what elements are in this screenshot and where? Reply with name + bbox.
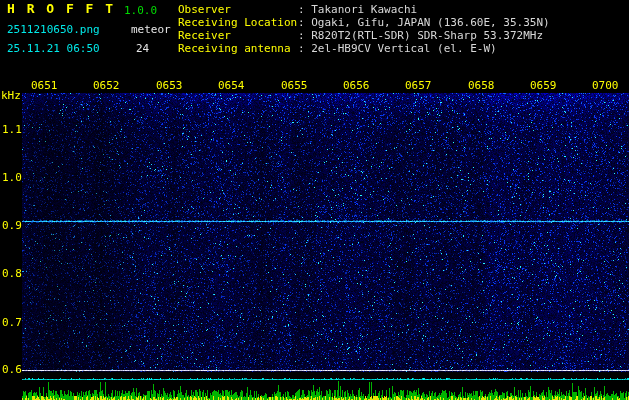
freq-tick-1-1: 1.1 [2, 124, 22, 136]
time-tick-0654: 0654 [218, 80, 245, 92]
header-info: Observer: Takanori Kawachi Receiving Loc… [178, 3, 550, 55]
time-tick-0659: 0659 [530, 80, 557, 92]
info-label-antenna: Receiving antenna [178, 43, 298, 55]
spectrogram-canvas [0, 0, 629, 400]
time-tick-0652: 0652 [93, 80, 120, 92]
info-value-observer: : Takanori Kawachi [298, 3, 417, 16]
info-row-observer: Observer: Takanori Kawachi [178, 3, 550, 16]
info-value-receiver: : R820T2(RTL-SDR) SDR-Sharp 53.372MHz [298, 29, 543, 42]
app-title: H R O F F T [7, 3, 115, 15]
mode-label: meteor [131, 24, 171, 36]
time-tick-0656: 0656 [343, 80, 370, 92]
time-tick-0658: 0658 [468, 80, 495, 92]
info-label-location: Receiving Location [178, 17, 298, 29]
time-tick-0657: 0657 [405, 80, 432, 92]
info-label-receiver: Receiver [178, 30, 298, 42]
info-row-location: Receiving Location: Ogaki, Gifu, JAPAN (… [178, 16, 550, 29]
hrofft-window: H R O F F T 1.0.0 2511210650.png meteor … [0, 0, 629, 400]
freq-tick-1-0: 1.0 [2, 172, 22, 184]
freq-unit-label: kHz [1, 90, 21, 102]
time-tick-0651: 0651 [31, 80, 58, 92]
datetime-label: 25.11.21 06:50 [7, 43, 100, 55]
info-label-observer: Observer [178, 4, 298, 16]
freq-tick-0-6: 0.6 [2, 364, 22, 376]
time-tick-0653: 0653 [156, 80, 183, 92]
sample-count: 24 [136, 43, 149, 55]
info-row-antenna: Receiving antenna: 2el-HB9CV Vertical (e… [178, 42, 550, 55]
time-tick-0700: 0700 [592, 80, 619, 92]
info-value-antenna: : 2el-HB9CV Vertical (el. E-W) [298, 42, 497, 55]
freq-tick-0-8: 0.8 [2, 268, 22, 280]
app-version: 1.0.0 [124, 5, 157, 17]
output-filename: 2511210650.png [7, 24, 100, 36]
info-row-receiver: Receiver: R820T2(RTL-SDR) SDR-Sharp 53.3… [178, 29, 550, 42]
freq-tick-0-9: 0.9 [2, 220, 22, 232]
time-tick-0655: 0655 [281, 80, 308, 92]
info-value-location: : Ogaki, Gifu, JAPAN (136.60E, 35.35N) [298, 16, 550, 29]
freq-tick-0-7: 0.7 [2, 317, 22, 329]
